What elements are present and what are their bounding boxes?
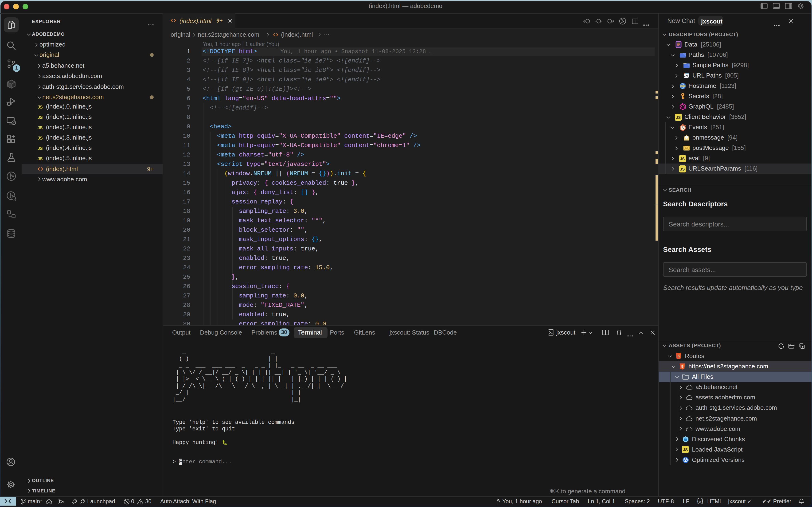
svg-text:5: 5 bbox=[678, 354, 680, 358]
svg-text:5: 5 bbox=[681, 364, 683, 369]
svg-text:WWW: WWW bbox=[681, 85, 684, 87]
